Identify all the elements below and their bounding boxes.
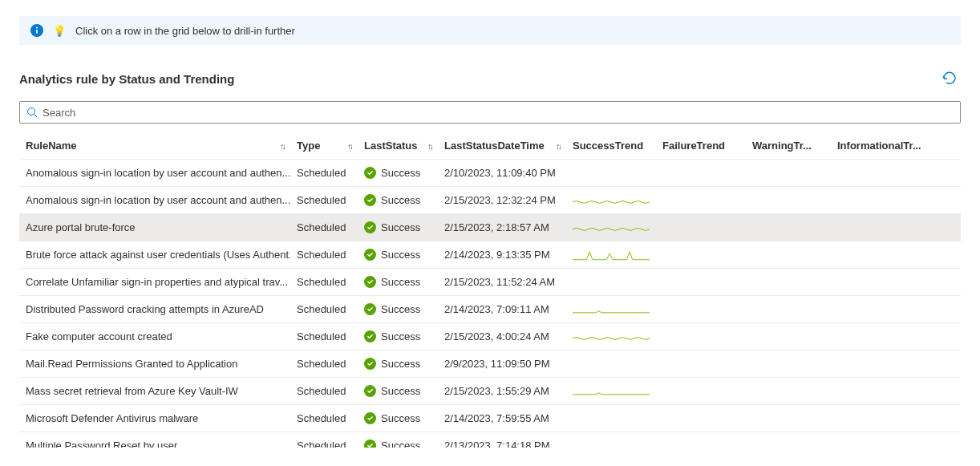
cell-rulename: Mass secret retrieval from Azure Key Vau… <box>19 385 290 397</box>
success-icon <box>364 194 376 206</box>
success-icon <box>364 358 376 370</box>
status-text: Success <box>381 440 420 448</box>
cell-rulename: Multiple Password Reset by user <box>19 440 290 448</box>
col-header-laststatus[interactable]: LastStatus ↑↓ <box>358 140 438 152</box>
cell-type: Scheduled <box>290 412 358 424</box>
cell-laststatus: Success <box>358 412 438 424</box>
col-header-infotrend[interactable]: InformationalTr... <box>831 140 927 152</box>
svg-point-3 <box>28 108 35 115</box>
search-input[interactable] <box>43 107 954 119</box>
cell-datetime: 2/13/2023, 7:14:18 PM <box>438 440 566 448</box>
col-header-lastdatetime[interactable]: LastStatusDateTime ↑↓ <box>438 140 566 152</box>
cell-type: Scheduled <box>290 249 358 261</box>
table-row[interactable]: Mail.Read Permissions Granted to Applica… <box>19 350 961 377</box>
cell-laststatus: Success <box>358 276 438 288</box>
cell-rulename: Azure portal brute-force <box>19 221 290 233</box>
col-header-failuretrend[interactable]: FailureTrend <box>656 140 746 152</box>
success-icon <box>364 330 376 342</box>
info-icon <box>30 24 43 37</box>
info-banner: 💡 Click on a row in the grid below to dr… <box>19 16 961 45</box>
cell-rulename: Mail.Read Permissions Granted to Applica… <box>19 358 290 370</box>
cell-rulename: Microsoft Defender Antivirus malware <box>19 412 290 424</box>
sort-icon: ↑↓ <box>427 141 431 151</box>
grid-body[interactable]: Anomalous sign-in location by user accou… <box>19 159 961 448</box>
table-row[interactable]: Correlate Unfamiliar sign-in properties … <box>19 268 961 295</box>
svg-line-4 <box>34 115 38 118</box>
status-text: Success <box>381 303 420 315</box>
cell-datetime: 2/10/2023, 11:09:40 PM <box>438 167 566 179</box>
cell-type: Scheduled <box>290 358 358 370</box>
success-icon <box>364 249 376 261</box>
svg-rect-1 <box>36 30 38 34</box>
status-text: Success <box>381 330 420 342</box>
status-text: Success <box>381 412 420 424</box>
sparkline <box>573 383 650 399</box>
status-text: Success <box>381 385 420 397</box>
cell-datetime: 2/15/2023, 4:00:24 AM <box>438 330 566 342</box>
cell-datetime: 2/15/2023, 2:18:57 AM <box>438 221 566 233</box>
col-header-rulename[interactable]: RuleName ↑↓ <box>19 140 290 152</box>
cell-laststatus: Success <box>358 167 438 179</box>
sparkline <box>573 302 650 318</box>
cell-datetime: 2/14/2023, 7:59:55 AM <box>438 412 566 424</box>
grid-header-row: RuleName ↑↓ Type ↑↓ LastStatus ↑↓ LastSt… <box>19 133 961 159</box>
cell-datetime: 2/14/2023, 7:09:11 AM <box>438 303 566 315</box>
cell-rulename: Fake computer account created <box>19 330 290 342</box>
cell-rulename: Correlate Unfamiliar sign-in properties … <box>19 276 290 288</box>
cell-rulename: Anomalous sign-in location by user accou… <box>19 194 290 206</box>
status-text: Success <box>381 249 420 261</box>
cell-laststatus: Success <box>358 440 438 448</box>
cell-type: Scheduled <box>290 276 358 288</box>
status-text: Success <box>381 221 420 233</box>
cell-type: Scheduled <box>290 385 358 397</box>
status-text: Success <box>381 276 420 288</box>
col-header-type[interactable]: Type ↑↓ <box>290 140 358 152</box>
sparkline <box>573 247 650 263</box>
table-row[interactable]: Azure portal brute-forceScheduledSuccess… <box>19 213 961 241</box>
col-header-successtrend[interactable]: SuccessTrend <box>566 140 656 152</box>
cell-datetime: 2/9/2023, 11:09:50 PM <box>438 358 566 370</box>
table-row[interactable]: Anomalous sign-in location by user accou… <box>19 159 961 186</box>
cell-datetime: 2/15/2023, 11:52:24 AM <box>438 276 566 288</box>
undo-icon <box>942 71 958 87</box>
table-row[interactable]: Anomalous sign-in location by user accou… <box>19 186 961 213</box>
page-title: Analytics rule by Status and Trending <box>19 72 234 86</box>
table-row[interactable]: Fake computer account createdScheduledSu… <box>19 322 961 350</box>
cell-laststatus: Success <box>358 194 438 206</box>
table-row[interactable]: Brute force attack against user credenti… <box>19 241 961 268</box>
cell-laststatus: Success <box>358 330 438 342</box>
sparkline <box>573 192 650 209</box>
cell-successtrend <box>566 302 656 318</box>
sparkline <box>573 329 650 345</box>
sort-icon: ↑↓ <box>556 141 560 151</box>
cell-laststatus: Success <box>358 358 438 370</box>
table-row[interactable]: Distributed Password cracking attempts i… <box>19 295 961 322</box>
cell-laststatus: Success <box>358 385 438 397</box>
cell-type: Scheduled <box>290 330 358 342</box>
sort-icon: ↑↓ <box>280 141 284 151</box>
success-icon <box>364 276 376 288</box>
cell-rulename: Brute force attack against user credenti… <box>19 249 290 261</box>
search-box[interactable] <box>19 101 961 124</box>
svg-point-2 <box>36 26 38 28</box>
col-header-warningtrend[interactable]: WarningTr... <box>746 140 831 152</box>
success-icon <box>364 221 376 233</box>
cell-type: Scheduled <box>290 303 358 315</box>
table-row[interactable]: Multiple Password Reset by userScheduled… <box>19 432 961 448</box>
cell-datetime: 2/14/2023, 9:13:35 PM <box>438 249 566 261</box>
undo-button[interactable] <box>938 67 961 90</box>
success-icon <box>364 440 376 448</box>
success-icon <box>364 303 376 315</box>
cell-laststatus: Success <box>358 303 438 315</box>
cell-type: Scheduled <box>290 167 358 179</box>
success-icon <box>364 412 376 424</box>
cell-type: Scheduled <box>290 440 358 448</box>
cell-successtrend <box>566 329 656 345</box>
table-row[interactable]: Microsoft Defender Antivirus malwareSche… <box>19 404 961 432</box>
table-row[interactable]: Mass secret retrieval from Azure Key Vau… <box>19 377 961 404</box>
cell-rulename: Anomalous sign-in location by user accou… <box>19 167 290 179</box>
cell-successtrend <box>566 220 656 236</box>
cell-laststatus: Success <box>358 249 438 261</box>
cell-laststatus: Success <box>358 221 438 233</box>
cell-rulename: Distributed Password cracking attempts i… <box>19 303 290 315</box>
